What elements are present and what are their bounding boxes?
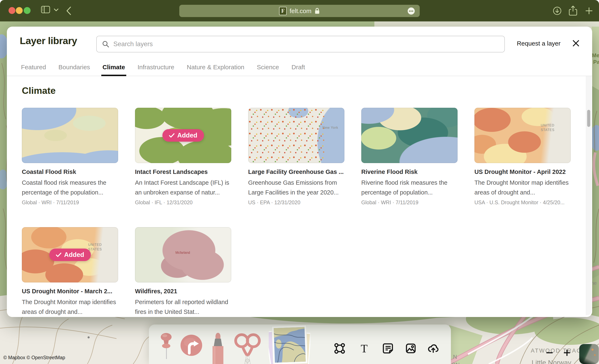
window-zoom-button[interactable] bbox=[24, 7, 31, 14]
window-close-button[interactable] bbox=[9, 7, 15, 14]
layer-card-title: US Drought Monitor - March 2... bbox=[22, 288, 118, 295]
layer-card-meta: USA · U.S. Drought Monitor · 4/25/20... bbox=[475, 199, 571, 205]
layer-card[interactable]: Added Intact Forest Landscapes An Intact… bbox=[135, 108, 231, 205]
minus-icon bbox=[545, 349, 554, 357]
scissors-tool-button[interactable] bbox=[234, 332, 261, 364]
layer-card-description: Riverine flood risk measures the percent… bbox=[361, 178, 458, 197]
map-label-fragment-mea: Mea bbox=[592, 52, 599, 59]
layer-thumbnail: Mcfarland bbox=[135, 227, 231, 283]
route-tool-button[interactable] bbox=[180, 334, 203, 357]
map-image-tool-button[interactable] bbox=[269, 325, 310, 364]
sidebar-icon bbox=[41, 5, 50, 14]
modal-scrollbar[interactable] bbox=[586, 76, 591, 315]
layer-library-modal: Layer library Request a layer FeaturedBo… bbox=[7, 27, 592, 317]
tab-boundaries[interactable]: Boundaries bbox=[57, 63, 91, 76]
minimap-satellite-toggle[interactable] bbox=[579, 344, 599, 364]
sidebar-chevron-button[interactable] bbox=[54, 8, 59, 12]
tab-featured[interactable]: Featured bbox=[20, 63, 47, 76]
share-button[interactable] bbox=[569, 6, 577, 17]
url-text: felt.com bbox=[290, 8, 311, 15]
transform-icon bbox=[334, 342, 346, 355]
layer-card[interactable]: New York Large Facility Greenhouse Gas .… bbox=[248, 108, 344, 205]
layer-card[interactable]: Coastal Flood Risk Coastal flood risk me… bbox=[22, 108, 118, 205]
close-icon bbox=[572, 39, 580, 47]
layer-card-description: Coastal flood risk measures the percenta… bbox=[22, 178, 118, 197]
layer-card-description: Greenhouse Gas Emissions from Large Faci… bbox=[248, 178, 344, 197]
pushpin-icon bbox=[160, 333, 173, 361]
scrollbar-thumb[interactable] bbox=[587, 110, 590, 127]
plus-icon bbox=[563, 349, 571, 357]
plus-icon bbox=[585, 7, 593, 15]
tab-draft[interactable]: Draft bbox=[290, 63, 306, 76]
upload-tool-button[interactable] bbox=[427, 342, 439, 355]
check-icon bbox=[56, 252, 61, 257]
map-label-little-norway: Little Norway bbox=[532, 359, 571, 364]
layer-card-description: Perimeters for all reported wildland fir… bbox=[135, 297, 231, 317]
request-layer-link[interactable]: Request a layer bbox=[517, 40, 561, 47]
text-tool-button[interactable]: T bbox=[358, 342, 370, 355]
close-button[interactable] bbox=[571, 39, 581, 48]
modal-header: Layer library Request a layer FeaturedBo… bbox=[7, 27, 592, 76]
search-icon bbox=[102, 41, 109, 48]
layer-card-meta: Global · IFL · 12/31/2020 bbox=[135, 199, 231, 205]
zoom-in-button[interactable] bbox=[562, 348, 572, 357]
layer-card[interactable]: Mcfarland Wildfires, 2021 Perimeters for… bbox=[135, 227, 231, 317]
thumbnail-map-label: UNITED STATES bbox=[541, 123, 562, 132]
layer-card-description: An Intact Forest Landscape (IFL) is an u… bbox=[135, 178, 231, 197]
layer-card-meta: Global · WRI · 7/11/2019 bbox=[22, 199, 118, 205]
modal-title: Layer library bbox=[20, 35, 77, 46]
page-settings-button[interactable]: ••• bbox=[408, 8, 415, 15]
text-icon: T bbox=[358, 342, 370, 355]
bottom-toolbar: T bbox=[149, 324, 451, 364]
tab-infrastructure[interactable]: Infrastructure bbox=[136, 63, 176, 76]
ellipsis-icon: ••• bbox=[409, 9, 414, 13]
zoom-out-button[interactable] bbox=[545, 348, 554, 357]
tab-science[interactable]: Science bbox=[255, 63, 280, 76]
site-favicon: F bbox=[279, 7, 287, 15]
upload-cloud-icon bbox=[427, 342, 439, 355]
map-stack-icon bbox=[269, 325, 310, 364]
address-bar[interactable]: F felt.com ••• bbox=[179, 5, 420, 17]
marker-tool-button[interactable] bbox=[211, 332, 225, 364]
layer-card[interactable]: Riverine Flood Risk Riverine flood risk … bbox=[361, 108, 458, 205]
pin-tool-button[interactable] bbox=[160, 333, 173, 362]
check-icon bbox=[169, 133, 174, 138]
layer-card-meta: US · EPA · 12/31/2020 bbox=[248, 199, 344, 205]
modal-content: Climate Coastal Flood Risk Coastal flood… bbox=[7, 76, 592, 317]
window-minimize-button[interactable] bbox=[16, 7, 23, 14]
map-label-fragment-ion: ION bbox=[450, 362, 460, 364]
chevron-down-icon bbox=[54, 8, 59, 12]
sidebar-toggle-button[interactable] bbox=[41, 5, 50, 15]
note-tool-button[interactable] bbox=[382, 342, 394, 355]
tab-climate[interactable]: Climate bbox=[101, 63, 126, 76]
marker-icon bbox=[211, 332, 225, 364]
transform-shape-tool-button[interactable] bbox=[334, 342, 346, 355]
turn-arrow-icon bbox=[180, 334, 203, 356]
layer-card-description: The Drought Monitor map identifies areas… bbox=[475, 178, 571, 197]
thumbnail-map-label: UNITED STATES bbox=[88, 242, 109, 251]
layer-card-title: Coastal Flood Risk bbox=[22, 169, 118, 175]
note-icon bbox=[382, 342, 394, 355]
image-icon bbox=[405, 342, 417, 355]
new-tab-button[interactable] bbox=[585, 7, 593, 16]
thumbnail-map-label: New York bbox=[322, 125, 338, 130]
layer-card-title: Wildfires, 2021 bbox=[135, 288, 231, 295]
download-icon bbox=[553, 6, 562, 15]
layer-thumbnail: Added bbox=[135, 108, 231, 163]
layer-card[interactable]: UNITED STATES US Drought Monitor - April… bbox=[475, 108, 571, 205]
thumbnail-map-label: Mcfarland bbox=[175, 250, 190, 255]
image-tool-button[interactable] bbox=[405, 342, 417, 355]
layer-card-title: US Drought Monitor - April 2022 bbox=[475, 169, 571, 175]
search-input[interactable] bbox=[113, 40, 504, 48]
scissors-icon bbox=[234, 332, 261, 364]
downloads-button[interactable] bbox=[553, 6, 562, 16]
added-badge-label: Added bbox=[177, 132, 197, 139]
added-badge: Added bbox=[162, 129, 204, 142]
layer-card-title: Large Facility Greenhouse Gas ... bbox=[248, 169, 344, 175]
map-label-fragment-n: N bbox=[453, 354, 457, 360]
back-button[interactable] bbox=[66, 6, 71, 16]
layer-card[interactable]: UNITED STATES Added US Drought Monitor -… bbox=[22, 227, 118, 317]
tab-nature-exploration[interactable]: Nature & Exploration bbox=[185, 63, 246, 76]
search-field[interactable] bbox=[96, 36, 505, 53]
layer-thumbnail bbox=[361, 108, 458, 163]
